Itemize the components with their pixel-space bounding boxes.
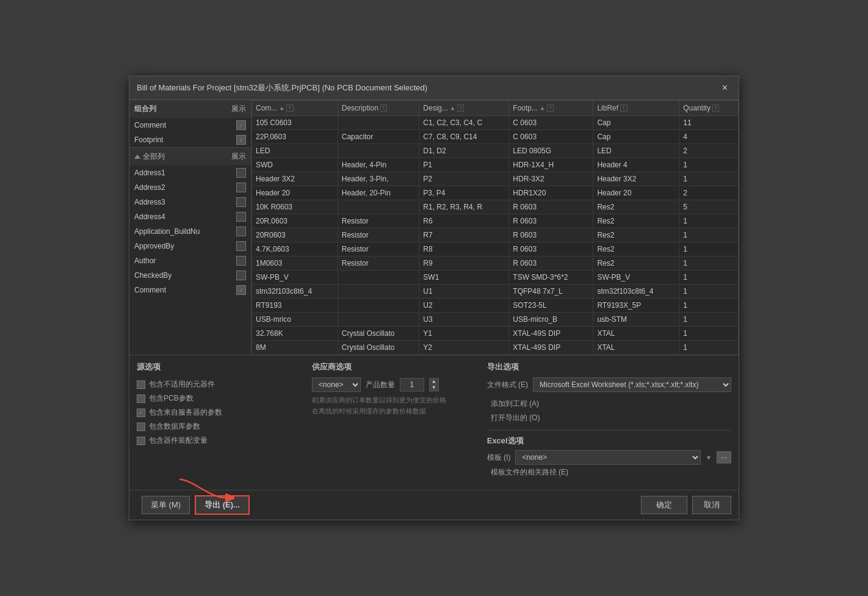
filter-foot-icon[interactable]: T: [547, 104, 554, 112]
col-address2-checkbox[interactable]: [236, 183, 246, 192]
col-approvedby-checkbox[interactable]: [236, 241, 246, 251]
table-cell: R 0603: [509, 200, 593, 214]
menu-button[interactable]: 菜单 (M): [142, 496, 190, 514]
template-select[interactable]: <none>: [515, 450, 701, 465]
col-address1-checkbox[interactable]: [236, 168, 246, 178]
table-row[interactable]: Header 20Header, 20-PinP3, P4HDR1X20Head…: [252, 186, 739, 200]
template-path-row[interactable]: 模板文件的相关路径 (E): [487, 467, 731, 478]
file-format-select[interactable]: Microsoft Excel Worksheet (*.xls;*.xlsx;…: [533, 377, 731, 392]
source-opt-assembly[interactable]: 包含器件装配变量: [137, 434, 300, 448]
qty-label: 产品数量: [366, 380, 395, 390]
th-designator[interactable]: Desig... ▲ T: [419, 101, 509, 116]
source-opt-server-params[interactable]: ✓ 包含来自服务器的参数: [137, 405, 300, 420]
db-params-checkbox[interactable]: [137, 423, 145, 431]
table-row[interactable]: 20R0603ResistorR7R 0603Res21: [252, 228, 739, 242]
table-row[interactable]: 8MCrystal OscillatoY2XTAL-49S DIPXTAL1: [252, 341, 739, 355]
assembly-checkbox[interactable]: [137, 437, 145, 445]
source-opt-disabled-parts[interactable]: 包含不适用的元器件: [137, 377, 300, 391]
table-row[interactable]: USB-mricoU3USB-micro_Busb-STM1: [252, 313, 739, 327]
col-address3[interactable]: Address3: [129, 195, 251, 209]
qty-down-btn[interactable]: ▼: [430, 385, 438, 391]
combined-col-footprint[interactable]: Footprint: [129, 133, 251, 147]
table-row[interactable]: 10K R0603R1, R2, R3, R4, RR 0603Res25: [252, 200, 739, 214]
table-row[interactable]: 20R,0603ResistorR6R 0603Res21: [252, 214, 739, 228]
source-opt-pcb-params[interactable]: 包含PCB参数: [137, 391, 300, 405]
combined-col-footprint-checkbox[interactable]: [236, 135, 246, 145]
sort-triangle-icon[interactable]: [134, 154, 140, 159]
table-cell: R1, R2, R3, R4, R: [419, 200, 509, 214]
table-row[interactable]: 4.7K,0603ResistorR8R 0603Res21: [252, 242, 739, 256]
add-to-project-item[interactable]: 添加到工程 (A): [487, 397, 731, 411]
col-address2[interactable]: Address2: [129, 180, 251, 195]
disabled-parts-checkbox[interactable]: [137, 380, 145, 389]
source-opt-db-params[interactable]: 包含数据库参数: [137, 420, 300, 434]
filter-qty-icon[interactable]: T: [712, 104, 720, 112]
col-address1[interactable]: Address1: [129, 165, 251, 180]
ok-button[interactable]: 确定: [641, 496, 687, 514]
cancel-button[interactable]: 取消: [692, 496, 731, 514]
table-cell: Y1: [419, 327, 509, 341]
filter-comment-icon[interactable]: T: [286, 104, 294, 112]
col-approvedby[interactable]: ApprovedBy: [129, 239, 251, 253]
table-row[interactable]: stm32f103c8t6_4U1TQFP48 7x7_Lstm32f103c8…: [252, 285, 739, 299]
export-button[interactable]: 导出 (E)...: [195, 495, 250, 515]
sort-foot-icon[interactable]: ▲: [540, 105, 545, 111]
sort-desig-icon[interactable]: ▲: [450, 105, 455, 111]
table-row[interactable]: 105 C0603C1, C2, C3, C4, CC 0603Cap11: [252, 116, 739, 130]
table-row[interactable]: LEDD1, D2LED 0805GLED2: [252, 144, 739, 158]
table-cell: Capacitor: [338, 130, 419, 144]
pcb-params-checkbox[interactable]: [137, 394, 145, 403]
th-footprint[interactable]: Footp... ▲ T: [509, 101, 593, 116]
th-comment[interactable]: Com... ▲ T: [252, 101, 338, 116]
supplier-dropdown[interactable]: <none>: [312, 377, 361, 392]
table-cell: C1, C2, C3, C4, C: [419, 116, 509, 130]
sort-comment-icon[interactable]: ▲: [279, 105, 284, 111]
col-checkedby[interactable]: CheckedBy: [129, 268, 251, 283]
table-cell: 2: [679, 144, 739, 158]
table-row[interactable]: 22P,0603CapacitorC7, C8, C9, C14C 0603Ca…: [252, 130, 739, 144]
open-exported-item[interactable]: 打开导出的 (O): [487, 411, 731, 425]
combined-col-comment-checkbox[interactable]: [236, 120, 246, 130]
table-cell: [338, 313, 419, 327]
filter-libref-icon[interactable]: T: [620, 104, 627, 112]
filter-desig-icon[interactable]: T: [457, 104, 465, 112]
table-row[interactable]: 32.768KCrystal OscillatoY1XTAL-49S DIPXT…: [252, 327, 739, 341]
table-row[interactable]: SWDHeader, 4-PinP1HDR-1X4_HHeader 41: [252, 158, 739, 172]
filter-desc-icon[interactable]: T: [380, 104, 388, 112]
col-author[interactable]: Author: [129, 253, 251, 268]
th-description[interactable]: Description T: [338, 101, 419, 116]
col-app-buildnu-checkbox[interactable]: [236, 227, 246, 236]
col-comment-checkbox[interactable]: [236, 285, 246, 295]
table-cell: Crystal Oscillato: [338, 341, 419, 355]
table-cell: 1: [679, 172, 739, 186]
table-row[interactable]: RT9193U2SOT23-5LRT9193X_5P1: [252, 299, 739, 313]
col-address4[interactable]: Address4: [129, 209, 251, 224]
close-button[interactable]: ×: [718, 81, 731, 95]
add-to-project-label: 添加到工程 (A): [491, 399, 539, 409]
table-cell: 1: [679, 158, 739, 172]
col-checkedby-checkbox[interactable]: [236, 271, 246, 280]
th-quantity[interactable]: Quantity T: [679, 101, 739, 116]
col-address4-checkbox[interactable]: [236, 212, 246, 222]
table-row[interactable]: SW-PB_VSW1TSW SMD-3*6*2SW-PB_V1: [252, 271, 739, 285]
col-author-checkbox[interactable]: [236, 256, 246, 266]
table-cell: Header, 20-Pin: [338, 186, 419, 200]
table-cell: 1: [679, 242, 739, 256]
table-cell: HDR1X20: [509, 186, 593, 200]
combined-col-comment[interactable]: Comment: [129, 118, 251, 133]
qty-input[interactable]: [400, 378, 424, 391]
col-address3-checkbox[interactable]: [236, 197, 246, 207]
col-app-buildnu[interactable]: Application_BuildNu: [129, 224, 251, 239]
qty-up-btn[interactable]: ▲: [430, 379, 438, 385]
table-cell: Header 20: [252, 186, 338, 200]
table-cell: R6: [419, 214, 509, 228]
table-row[interactable]: 1M0603ResistorR9R 0603Res21: [252, 256, 739, 271]
server-params-checkbox[interactable]: ✓: [137, 409, 145, 417]
template-browse-btn[interactable]: ···: [717, 451, 731, 463]
bom-table-container[interactable]: Com... ▲ T Description T: [251, 100, 739, 355]
th-libref[interactable]: LibRef T: [593, 101, 679, 116]
left-panel: 组合列 展示 Comment Footprint 全部列: [129, 100, 251, 355]
table-row[interactable]: Header 3X2Header, 3-Pin,P2HDR-3X2Header …: [252, 172, 739, 186]
table-cell: Cap: [593, 116, 679, 130]
col-comment[interactable]: Comment: [129, 283, 251, 297]
